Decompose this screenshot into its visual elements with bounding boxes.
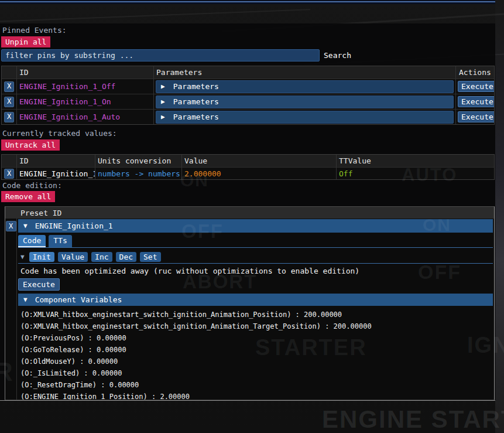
- tracked-values-label: Currently tracked values:: [2, 129, 117, 138]
- expander-collapsed-icon: ▶: [161, 113, 165, 121]
- actions-column-header: Actions: [456, 66, 494, 79]
- id-column-header: ID: [17, 66, 154, 79]
- pinned-table-header: ID Parameters Actions: [2, 66, 494, 79]
- component-variable: (O:_IsLimited) : 0.00000: [18, 367, 493, 379]
- unpin-all-button[interactable]: Unpin all: [1, 36, 50, 47]
- remove-all-button[interactable]: Remove all: [1, 191, 55, 202]
- tab-dec[interactable]: Dec: [116, 252, 136, 262]
- code-edition-table: Preset ID X ▼ ENGINE_Ignition_1 Code TTs: [5, 206, 495, 400]
- component-variable: (O:_ResetDragTime) : 0.00000: [18, 379, 493, 391]
- value-column-header: Value: [182, 155, 337, 167]
- expander-collapsed-icon: ▶: [161, 98, 165, 105]
- code-section-tab-bar: ▼ Init Value Inc Dec Set: [18, 251, 493, 262]
- parameters-expander-label: Parameters: [173, 112, 219, 121]
- tracked-value-row: X ENGINE_Ignition_1 numbers -> numbers 2…: [2, 167, 494, 179]
- execute-code-button[interactable]: Execute: [18, 278, 60, 291]
- parameters-column-header: Parameters: [154, 66, 456, 79]
- tracked-id: ENGINE_Ignition_1: [17, 168, 95, 179]
- tab-set[interactable]: Set: [140, 252, 160, 262]
- code-optimized-message: Code has been optimized away (ruc withou…: [20, 267, 493, 275]
- search-button[interactable]: Search: [324, 51, 351, 60]
- execute-event-button[interactable]: Execute: [458, 81, 494, 92]
- component-variable: (O:PreviousPos) : 0.00000: [18, 332, 493, 344]
- tracked-table-header: ID Units conversion Value TTValue: [2, 155, 494, 167]
- parameters-expander-label: Parameters: [173, 82, 219, 91]
- pinned-events-table: ID Parameters Actions X ENGINE_Ignition_…: [1, 66, 495, 125]
- component-variable: (O:GoToRelease) : 0.00000: [18, 344, 493, 356]
- unpin-row-button[interactable]: X: [4, 112, 14, 122]
- expander-expanded-icon: ▼: [23, 296, 28, 304]
- tracked-ttvalue: Off: [337, 168, 494, 179]
- pinned-event-id: ENGINE_Ignition_1_On: [17, 94, 154, 109]
- component-variables-label: Component Variables: [35, 295, 122, 304]
- panel-bottom-border: [0, 400, 495, 401]
- component-variable: (O:XMLVAR_hitbox_enginestart_switch_igni…: [18, 321, 493, 332]
- pinned-event-row: X ENGINE_Ignition_1_On ▶ Parameters Exec…: [2, 94, 494, 109]
- tracked-value: 2.000000: [182, 168, 337, 179]
- behaviors-debug-window: ON AUTO OFF ON ABORT OFF STARTER IGN R E…: [0, 0, 504, 433]
- component-variable: (O:XMLVAR_hitbox_enginestart_switch_igni…: [18, 309, 493, 321]
- execute-event-button[interactable]: Execute: [458, 96, 494, 107]
- parameters-expander[interactable]: ▶ Parameters: [156, 111, 454, 124]
- untrack-all-button[interactable]: Untrack all: [1, 139, 60, 151]
- preset-expander[interactable]: ▼ ENGINE_Ignition_1: [18, 219, 493, 233]
- filter-pins-input[interactable]: [1, 49, 320, 62]
- tracked-units-conversion: numbers -> numbers: [95, 168, 182, 179]
- code-edition-label: Code edition:: [2, 181, 62, 190]
- id-column-header: ID: [17, 155, 95, 167]
- component-variables-expander[interactable]: ▼ Component Variables: [18, 294, 493, 306]
- unpin-row-button[interactable]: X: [4, 97, 14, 107]
- remove-column-header: [2, 66, 17, 79]
- preset-id-label: ENGINE_Ignition_1: [35, 221, 113, 230]
- expander-collapsed-icon: ▶: [161, 83, 165, 90]
- parameters-expander-label: Parameters: [173, 97, 219, 106]
- tab-inc[interactable]: Inc: [91, 252, 112, 262]
- tab-init[interactable]: Init: [29, 252, 54, 262]
- component-variables-list: (O:XMLVAR_hitbox_enginestart_switch_igni…: [18, 309, 493, 400]
- preset-row: X ▼ ENGINE_Ignition_1 Code TTs ▼ Init: [5, 219, 494, 400]
- preset-id-column-header: Preset ID: [5, 207, 494, 219]
- tab-separator: [18, 263, 493, 264]
- component-variable: (O:OldMouseY) : 0.00000: [18, 356, 493, 367]
- parameters-expander[interactable]: ▶ Parameters: [156, 80, 454, 93]
- remove-preset-button[interactable]: X: [6, 221, 16, 231]
- unpin-row-button[interactable]: X: [4, 81, 14, 92]
- tab-code[interactable]: Code: [18, 235, 46, 247]
- tracked-values-table: ID Units conversion Value TTValue X ENGI…: [1, 154, 495, 180]
- pinned-event-id: ENGINE_Ignition_1_Auto: [17, 110, 154, 124]
- pinned-event-row: X ENGINE_Ignition_1_Off ▶ Parameters Exe…: [2, 79, 494, 94]
- pinned-event-row: X ENGINE_Ignition_1_Auto ▶ Parameters Ex…: [2, 109, 494, 124]
- preset-tab-bar: Code TTs: [18, 235, 493, 247]
- pinned-event-id: ENGINE_Ignition_1_Off: [17, 79, 154, 94]
- tab-separator: [18, 247, 493, 248]
- expander-expanded-icon[interactable]: ▼: [20, 253, 25, 261]
- units-column-header: Units conversion: [95, 155, 182, 167]
- execute-event-button[interactable]: Execute: [458, 111, 494, 122]
- parameters-expander[interactable]: ▶ Parameters: [156, 96, 454, 108]
- remove-column-header: [2, 155, 17, 167]
- ttvalue-column-header: TTValue: [337, 155, 494, 167]
- component-variable: (O:ENGINE_Ignition_1_Position) : 2.00000: [18, 391, 493, 400]
- pinned-events-label: Pinned Events:: [2, 26, 67, 35]
- untrack-row-button[interactable]: X: [4, 169, 14, 179]
- tab-tts[interactable]: TTs: [49, 235, 71, 247]
- tab-value[interactable]: Value: [58, 252, 88, 262]
- expander-expanded-icon: ▼: [23, 222, 28, 230]
